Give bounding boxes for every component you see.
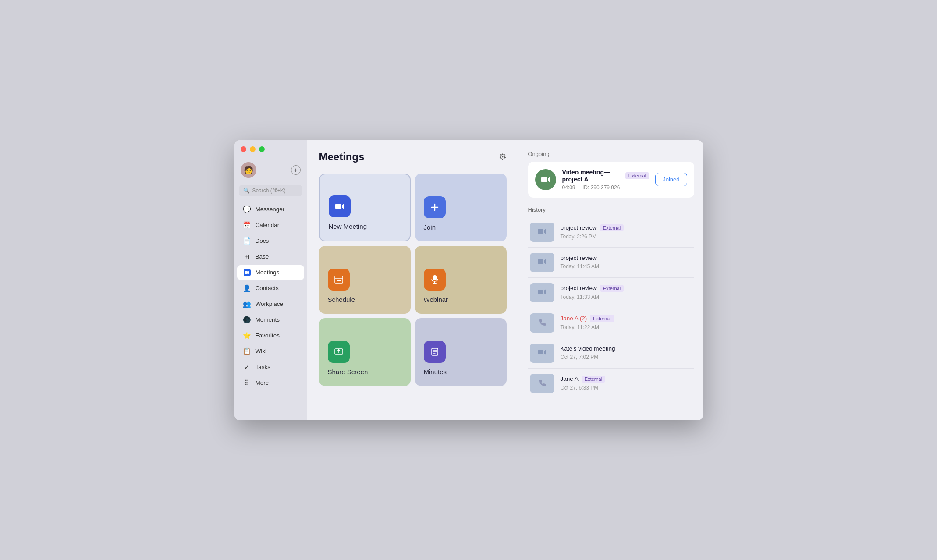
calendar-icon: 📅	[243, 221, 251, 229]
svg-rect-28	[538, 350, 543, 354]
new-meeting-icon	[329, 195, 351, 217]
sidebar-item-label: Meetings	[256, 269, 280, 276]
sidebar-item-moments[interactable]: 🌑 Moments	[237, 312, 304, 327]
history-info: project review External Today, 2:26 PM	[561, 224, 692, 240]
share-screen-icon	[328, 341, 350, 363]
svg-rect-8	[337, 280, 338, 281]
sidebar-item-label: Docs	[256, 237, 269, 244]
history-item[interactable]: project review External Today, 11:33 AM	[528, 278, 694, 308]
ongoing-meeting-card[interactable]: Video meeting—project A External 04:09 |…	[528, 162, 694, 198]
svg-rect-26	[538, 290, 543, 294]
docs-icon: 📄	[243, 237, 251, 245]
history-list: project review External Today, 2:26 PM	[528, 217, 694, 398]
sidebar-item-wiki[interactable]: 📋 Wiki	[237, 344, 304, 359]
history-external-badge: External	[600, 285, 624, 292]
webinar-icon	[424, 269, 446, 291]
wiki-icon: 📋	[243, 347, 251, 355]
svg-rect-10	[340, 280, 341, 281]
history-item-time: Today, 11:22 AM	[561, 324, 600, 330]
history-item-time: Oct 27, 7:02 PM	[561, 354, 599, 360]
history-item[interactable]: project review Today, 11:45 AM	[528, 248, 694, 278]
sidebar-item-label: Favorites	[256, 332, 280, 339]
schedule-label: Schedule	[328, 296, 355, 303]
sidebar-item-label: Workplace	[256, 301, 284, 307]
ongoing-meta: 04:09 | ID: 390 379 926	[562, 184, 650, 191]
svg-marker-1	[248, 271, 249, 274]
sidebar-item-label: Contacts	[256, 285, 279, 291]
sidebar-header: 🧑 +	[234, 162, 307, 178]
svg-marker-21	[548, 177, 550, 182]
meetings-icon	[243, 269, 251, 276]
sidebar-item-label: Wiki	[256, 348, 267, 354]
minutes-card[interactable]: Minutes	[415, 318, 507, 386]
svg-marker-29	[544, 350, 546, 355]
schedule-icon	[328, 269, 350, 291]
moments-icon: 🌑	[243, 316, 251, 324]
ongoing-time: 04:09	[562, 184, 575, 191]
webinar-label: Webinar	[424, 296, 448, 303]
history-section-title: History	[528, 206, 694, 213]
join-icon	[424, 196, 446, 218]
sidebar-item-label: More	[256, 379, 269, 386]
search-label: Search (⌘+K)	[252, 188, 286, 194]
ongoing-section-title: Ongoing	[528, 151, 694, 157]
base-icon: ⊞	[243, 253, 251, 261]
sidebar-item-more[interactable]: ⠿ More	[237, 376, 304, 390]
join-card[interactable]: Join	[415, 174, 507, 241]
share-screen-card[interactable]: Share Screen	[319, 318, 411, 386]
history-item-name: project review	[561, 224, 597, 231]
sidebar-item-base[interactable]: ⊞ Base	[237, 249, 304, 264]
close-button[interactable]	[241, 146, 246, 152]
sidebar-item-calendar[interactable]: 📅 Calendar	[237, 218, 304, 233]
workplace-icon: 👥	[243, 300, 251, 308]
history-item-name: Kate's video meeting	[561, 345, 615, 352]
sidebar-item-contacts[interactable]: 👤 Contacts	[237, 281, 304, 296]
contacts-icon: 👤	[243, 284, 251, 292]
ongoing-id: ID: 390 379 926	[582, 184, 620, 191]
schedule-card[interactable]: Schedule	[319, 246, 411, 314]
joined-button[interactable]: Joined	[655, 173, 687, 186]
sidebar-item-tasks[interactable]: ✓ Tasks	[237, 360, 304, 375]
history-item-name: Jane A (2)	[561, 315, 587, 322]
ongoing-meeting-name: Video meeting—project A	[562, 169, 622, 183]
more-icon: ⠿	[243, 379, 251, 387]
history-item[interactable]: Jane A External Oct 27, 6:33 PM	[528, 369, 694, 398]
history-item[interactable]: Kate's video meeting Oct 27, 7:02 PM	[528, 338, 694, 369]
sidebar-item-workplace[interactable]: 👥 Workplace	[237, 297, 304, 312]
sidebar-item-docs[interactable]: 📄 Docs	[237, 234, 304, 248]
history-item-time: Today, 11:45 AM	[561, 263, 600, 269]
sidebar-item-meetings[interactable]: Meetings	[237, 265, 304, 280]
webinar-card[interactable]: Webinar	[415, 246, 507, 314]
history-external-badge: External	[590, 315, 614, 322]
history-item-name: project review	[561, 285, 597, 291]
sidebar-item-messenger[interactable]: 💬 Messenger	[237, 202, 304, 217]
svg-marker-23	[544, 229, 546, 234]
svg-rect-9	[338, 280, 340, 281]
maximize-button[interactable]	[259, 146, 265, 152]
add-button[interactable]: +	[291, 165, 301, 175]
history-external-badge: External	[582, 376, 605, 383]
history-item-time: Oct 27, 6:33 PM	[561, 385, 599, 391]
svg-rect-20	[541, 177, 547, 182]
svg-rect-24	[538, 259, 543, 264]
sidebar-item-label: Moments	[256, 316, 280, 323]
tasks-icon: ✓	[243, 363, 251, 371]
favorites-icon: ⭐	[243, 332, 251, 340]
history-item-time: Today, 2:26 PM	[561, 234, 597, 240]
history-item[interactable]: Jane A (2) External Today, 11:22 AM	[528, 308, 694, 338]
history-thumb	[530, 283, 554, 302]
history-thumb	[530, 223, 554, 242]
ongoing-name-row: Video meeting—project A External	[562, 169, 650, 183]
search-bar[interactable]: 🔍 Search (⌘+K)	[239, 185, 302, 196]
history-item-name: Jane A	[561, 376, 579, 382]
join-label: Join	[424, 223, 436, 231]
settings-icon[interactable]: ⚙	[499, 152, 507, 162]
minimize-button[interactable]	[250, 146, 256, 152]
avatar: 🧑	[241, 162, 256, 178]
sidebar-item-favorites[interactable]: ⭐ Favorites	[237, 328, 304, 343]
meetings-grid: New Meeting Join	[319, 174, 507, 386]
svg-marker-25	[544, 259, 546, 264]
history-item[interactable]: project review External Today, 2:26 PM	[528, 217, 694, 248]
minutes-label: Minutes	[424, 368, 447, 376]
new-meeting-card[interactable]: New Meeting	[319, 174, 411, 241]
